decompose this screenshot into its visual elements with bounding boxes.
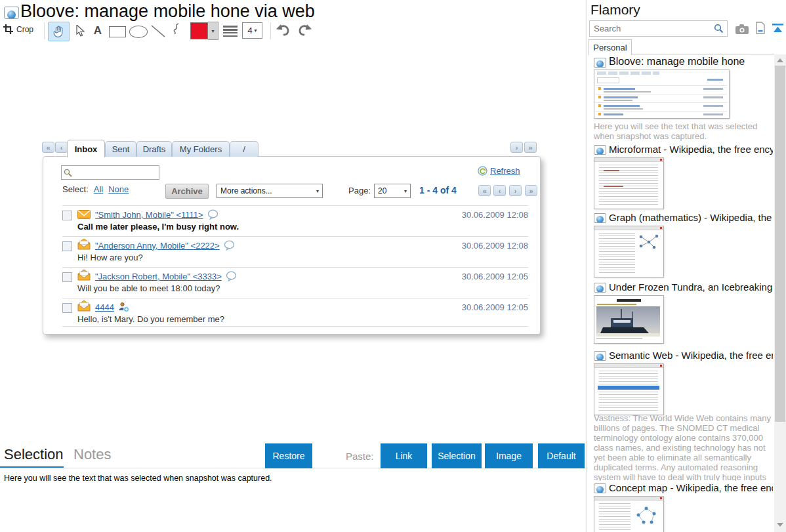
rectangle-tool-button[interactable]	[109, 26, 126, 37]
pen-tool-button[interactable]	[171, 22, 180, 38]
mail-search-input[interactable]	[61, 165, 159, 180]
note-page-icon[interactable]	[756, 22, 765, 34]
sidebar-scrollbar-thumb[interactable]	[775, 66, 785, 422]
scrollbar-up-arrow[interactable]	[777, 58, 783, 62]
tab-slash[interactable]: /	[230, 141, 259, 157]
open-envelope-icon	[77, 270, 91, 281]
paste-link-button[interactable]: Link	[381, 443, 427, 468]
snapshot-app-icon	[594, 145, 606, 155]
paste-selection-button[interactable]: Selection	[432, 443, 482, 468]
color-swatch-red[interactable]	[190, 22, 208, 39]
page-size-select[interactable]: 20 ▾	[374, 184, 411, 198]
chat-bubble-icon[interactable]	[226, 271, 237, 281]
toolbar-divider	[44, 22, 45, 39]
message-from: "Jackson Robert, Mobile" <3333>	[95, 271, 237, 281]
color-dropdown-arrow[interactable]: ▾	[208, 22, 218, 40]
tab-my-folders[interactable]: My Folders	[172, 141, 230, 157]
snapshot-entry[interactable]: Under Frozen Tundra, an Icebreaking Ship…	[589, 281, 774, 350]
hand-tool-button[interactable]	[48, 22, 70, 41]
snapshot-title[interactable]: Under Frozen Tundra, an Icebreaking Ship…	[609, 281, 773, 293]
camera-icon[interactable]	[735, 24, 749, 34]
snapshot-thumbnail-ship[interactable]	[594, 295, 664, 344]
concept-map-diagram	[633, 504, 661, 527]
line-thickness-icon[interactable]	[223, 24, 238, 38]
snapshot-thumbnail-graph[interactable]	[594, 226, 664, 277]
toolbar-divider	[270, 22, 271, 39]
list-bottom-divider	[62, 326, 528, 327]
tab-notes[interactable]: Notes	[73, 446, 111, 463]
paste-image-button[interactable]: Image	[485, 443, 533, 468]
message-checkbox[interactable]	[62, 303, 72, 313]
select-tool-button[interactable]	[72, 22, 88, 39]
page-first-button[interactable]: «	[478, 185, 491, 196]
pen-scribble-icon	[171, 22, 180, 35]
color-picker[interactable]: ▾	[190, 22, 218, 40]
tab-inbox[interactable]: Inbox	[67, 140, 105, 157]
message-from-link[interactable]: "Smith John, Mobile" <1111>	[95, 210, 203, 220]
tab-drafts[interactable]: Drafts	[136, 141, 172, 157]
collapse-panel-icon[interactable]	[772, 23, 784, 33]
message-checkbox[interactable]	[62, 272, 72, 282]
tabs-scroll-next-button[interactable]: ›	[510, 142, 523, 153]
snapshot-thumbnail-concept-map[interactable]	[594, 496, 664, 532]
search-icon[interactable]	[714, 24, 724, 33]
hand-icon	[53, 25, 65, 38]
snapshot-entry[interactable]: Microformat - Wikipedia, the free encycl…	[589, 144, 774, 212]
graph-diagram	[637, 233, 661, 250]
sidebar-search-input[interactable]	[589, 20, 728, 37]
snapshot-entry[interactable]: Graph (mathematics) - Wikipedia, the fre…	[589, 212, 774, 281]
tab-sent[interactable]: Sent	[105, 141, 136, 157]
refresh-icon	[478, 166, 487, 176]
tabs-scroll-first-button[interactable]: «	[42, 142, 54, 153]
chat-bubble-icon[interactable]	[224, 240, 235, 251]
snapshot-title[interactable]: Concept map - Wikipedia, the free encycl…	[609, 482, 773, 493]
snapshot-entry[interactable]: Bloove: manage mobile hone Here	[589, 56, 774, 141]
line-tool-button[interactable]	[150, 24, 166, 41]
tab-selection[interactable]: Selection	[4, 446, 64, 463]
redo-button[interactable]	[297, 24, 312, 39]
archive-button[interactable]: Archive	[165, 184, 209, 199]
ship-photo	[596, 306, 660, 337]
snapshot-title[interactable]: Bloove: manage mobile hone	[609, 56, 773, 68]
undo-button[interactable]	[276, 24, 291, 39]
snapshot-title[interactable]: Microformat - Wikipedia, the free encycl…	[609, 144, 773, 155]
snapshot-thumbnail-microformat[interactable]	[594, 157, 664, 209]
search-icon	[64, 169, 72, 177]
snapshot-entry[interactable]: Semantic Web - Wikipedia, the free encyc…	[589, 350, 774, 482]
ellipse-tool-button[interactable]	[129, 26, 148, 38]
restore-button[interactable]: Restore	[265, 443, 312, 468]
snapshot-thumbnail-semantic-web[interactable]	[594, 363, 664, 415]
tabs-scroll-prev-button[interactable]: ‹	[55, 142, 68, 153]
flamory-window: Bloove: manage mobile hone via web Crop …	[0, 0, 786, 532]
page-next-button[interactable]: ›	[509, 185, 522, 196]
message-checkbox[interactable]	[62, 211, 72, 220]
message-from-link[interactable]: "Anderson Anny, Mobile" <2222>	[95, 241, 220, 251]
scrollbar-down-arrow[interactable]	[777, 523, 783, 527]
tab-personal[interactable]: Personal	[589, 39, 632, 55]
undo-icon	[276, 24, 291, 37]
paste-default-button[interactable]: Default	[538, 443, 585, 468]
select-all-link[interactable]: All	[94, 184, 103, 194]
tabs-scroll-last-button[interactable]: »	[524, 142, 537, 153]
snapshot-title[interactable]: Semantic Web - Wikipedia, the free encyc…	[609, 350, 773, 361]
page-last-button[interactable]: »	[525, 185, 537, 196]
more-actions-select[interactable]: More actions... ▾	[217, 184, 323, 198]
select-none-link[interactable]: None	[108, 184, 129, 194]
page-prev-button[interactable]: ‹	[493, 185, 506, 196]
add-contact-icon[interactable]	[118, 302, 129, 313]
message-subject: Hi! How are you?	[77, 253, 143, 262]
text-tool-button[interactable]: A	[91, 22, 105, 39]
snapshot-thumbnail-bloove[interactable]	[594, 70, 730, 119]
refresh-link[interactable]: Refresh	[478, 166, 520, 176]
pen-size-select[interactable]: 4 ▾	[242, 22, 262, 39]
snapshot-title[interactable]: Graph (mathematics) - Wikipedia, the fre…	[609, 212, 773, 223]
message-from-link[interactable]: "Jackson Robert, Mobile" <3333>	[95, 272, 222, 281]
message-checkbox[interactable]	[62, 241, 72, 251]
crop-icon	[3, 24, 13, 34]
message-date: 30.06.2009 12:08	[407, 241, 528, 251]
chat-bubble-icon[interactable]	[207, 209, 218, 220]
message-from-link[interactable]: 4444	[95, 302, 114, 312]
message-subject: Hello, is't Mary. Do you remember me?	[77, 314, 224, 324]
crop-button[interactable]: Crop	[3, 24, 33, 34]
snapshot-entry[interactable]: Concept map - Wikipedia, the free encycl…	[589, 482, 774, 532]
